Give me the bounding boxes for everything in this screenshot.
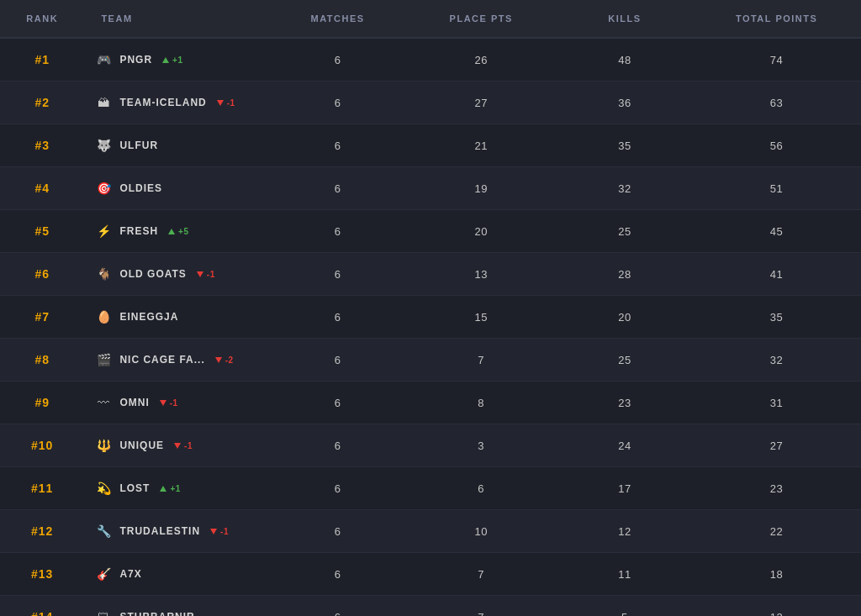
- col-place-pts: PLACE PTS: [405, 0, 557, 38]
- table-row: #10🔱UNIQUE-1632427: [0, 424, 861, 467]
- place-pts-cell: 3: [405, 424, 557, 467]
- team-name: TRUDALESTIN: [119, 525, 200, 537]
- total-points-cell: 23: [692, 467, 861, 510]
- matches-cell: 6: [270, 296, 405, 339]
- rank-cell: #14: [0, 596, 84, 617]
- place-pts-cell: 26: [405, 38, 557, 82]
- rank-value: #3: [34, 139, 50, 152]
- rank-value: #8: [34, 353, 50, 366]
- total-points-cell: 56: [692, 124, 861, 167]
- team-cell: 🎸A7X: [84, 553, 270, 596]
- kills-cell: 28: [557, 253, 693, 296]
- team-icon: 🎸: [94, 565, 113, 583]
- total-points-cell: 45: [692, 210, 861, 253]
- team-icon: 🔱: [94, 436, 113, 455]
- rank-value: #14: [31, 610, 53, 616]
- team-name: STUBBARNIR: [119, 611, 194, 616]
- team-name: OLD GOATS: [119, 268, 186, 280]
- team-icon: 🎬: [94, 350, 113, 369]
- total-points-cell: 27: [692, 424, 861, 467]
- matches-cell: 6: [270, 467, 405, 510]
- col-total-points: TOTAL POINTS: [692, 0, 861, 38]
- matches-cell: 6: [270, 124, 405, 167]
- rank-value: #12: [31, 524, 53, 538]
- rank-value: #6: [34, 267, 50, 281]
- place-pts-cell: 8: [405, 382, 557, 424]
- total-points-cell: 31: [692, 382, 861, 424]
- rank-value: #10: [31, 439, 53, 452]
- kills-cell: 5: [557, 596, 693, 617]
- team-icon: ⚡: [94, 222, 113, 240]
- rank-cell: #11: [0, 467, 84, 510]
- arrow-down-icon: [210, 529, 217, 534]
- rank-cell: #9: [0, 382, 84, 424]
- team-cell: 🔱UNIQUE-1: [84, 424, 270, 467]
- change-value: -1: [184, 441, 193, 450]
- place-pts-cell: 6: [405, 467, 557, 510]
- rank-change-badge: -2: [215, 355, 234, 365]
- rank-value: #11: [31, 482, 53, 495]
- matches-cell: 6: [270, 82, 405, 124]
- rank-change-badge: -1: [210, 527, 229, 536]
- table-row: #13🎸A7X671118: [0, 553, 861, 596]
- kills-cell: 25: [557, 210, 693, 253]
- team-name: EINEGGJA: [119, 311, 178, 323]
- place-pts-cell: 20: [405, 210, 557, 253]
- matches-cell: 6: [270, 424, 405, 467]
- table-row: #6🐐OLD GOATS-16132841: [0, 253, 861, 296]
- team-icon: 〰: [94, 393, 113, 412]
- rank-cell: #2: [0, 82, 84, 124]
- matches-cell: 6: [270, 253, 405, 296]
- rank-value: #13: [31, 567, 53, 581]
- team-icon: 🔧: [94, 522, 113, 540]
- team-icon: 🐐: [94, 265, 113, 283]
- place-pts-cell: 19: [405, 167, 557, 210]
- team-cell: 🔧TRUDALESTIN-1: [84, 510, 270, 553]
- team-cell: 🎮PNGR+1: [84, 38, 270, 82]
- team-name: FRESH: [119, 225, 158, 237]
- col-matches: MATCHES: [270, 0, 405, 38]
- total-points-cell: 63: [692, 82, 861, 124]
- team-name: TEAM-ICELAND: [119, 97, 206, 108]
- total-points-cell: 35: [692, 296, 861, 339]
- rank-change-badge: +5: [168, 227, 188, 236]
- team-name: A7X: [119, 568, 141, 580]
- rank-value: #2: [34, 96, 50, 109]
- team-cell: ⚡FRESH+5: [84, 210, 270, 253]
- team-icon: 🐺: [94, 136, 113, 155]
- place-pts-cell: 21: [405, 124, 557, 167]
- change-value: -1: [207, 270, 215, 279]
- rank-value: #9: [34, 396, 50, 409]
- team-icon: 🥚: [94, 308, 113, 326]
- change-value: +1: [170, 484, 180, 493]
- team-cell: 🎯OLDIES: [84, 167, 270, 210]
- team-cell: 💫LOST+1: [84, 467, 270, 510]
- rank-cell: #8: [0, 339, 84, 382]
- arrow-up-icon: [160, 486, 166, 492]
- table-row: #1🎮PNGR+16264874: [0, 38, 861, 82]
- rank-cell: #10: [0, 424, 84, 467]
- table-header-row: RANK TEAM MATCHES PLACE PTS KILLS TOTAL …: [0, 0, 861, 38]
- change-value: -1: [220, 527, 229, 536]
- place-pts-cell: 13: [405, 253, 557, 296]
- team-cell: 🐐OLD GOATS-1: [84, 253, 270, 296]
- place-pts-cell: 15: [405, 296, 557, 339]
- place-pts-cell: 7: [405, 339, 557, 382]
- change-value: +1: [172, 55, 182, 65]
- team-icon: 🛡: [94, 608, 113, 616]
- team-cell: 🎬NIC CAGE FA...-2: [84, 339, 270, 382]
- table-row: #2🏔TEAM-ICELAND-16273663: [0, 82, 861, 124]
- total-points-cell: 74: [692, 38, 861, 82]
- team-icon: 🎮: [94, 50, 113, 69]
- col-team: TEAM: [84, 0, 270, 38]
- kills-cell: 20: [557, 296, 693, 339]
- kills-cell: 12: [557, 510, 693, 553]
- rank-cell: #5: [0, 210, 84, 253]
- change-value: -1: [227, 98, 235, 108]
- total-points-cell: 51: [692, 167, 861, 210]
- matches-cell: 6: [270, 596, 405, 617]
- arrow-up-icon: [162, 57, 169, 63]
- arrow-down-icon: [215, 357, 222, 363]
- table-row: #8🎬NIC CAGE FA...-2672532: [0, 339, 861, 382]
- rank-change-badge: -1: [197, 270, 215, 279]
